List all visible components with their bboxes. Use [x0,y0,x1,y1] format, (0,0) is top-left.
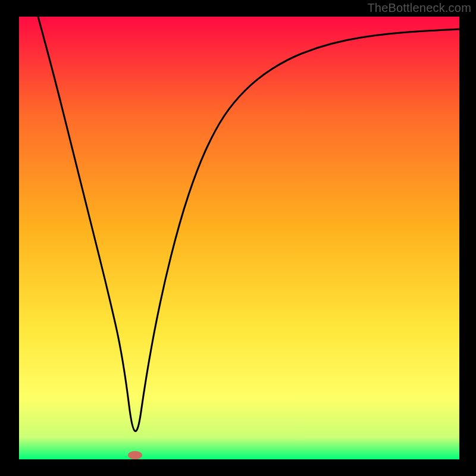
curve-layer [19,17,459,459]
watermark-text: TheBottleneck.com [367,1,471,15]
bottleneck-curve [38,17,459,431]
plot-area [19,17,459,459]
minimum-marker [128,451,142,459]
chart-frame: TheBottleneck.com [0,0,476,476]
